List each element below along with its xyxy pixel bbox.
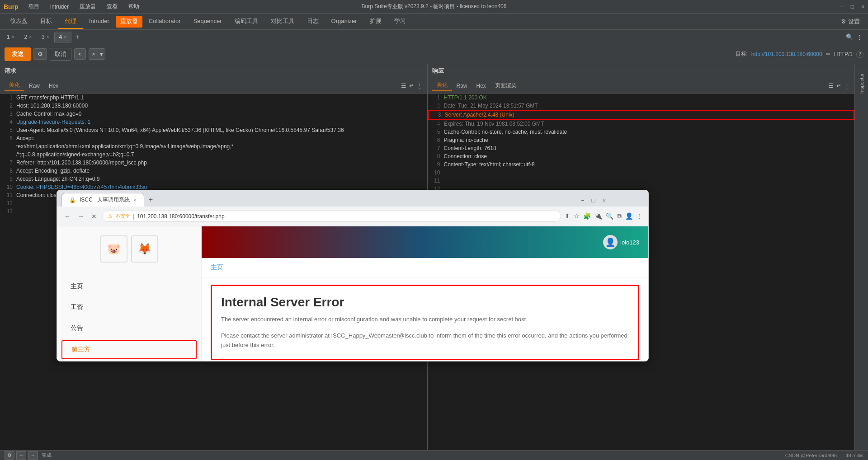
- browser-sidebar: 🐷 🦊 主页 工资 公告 第三方: [57, 226, 202, 361]
- browser-share-icon[interactable]: ⬆: [565, 212, 570, 220]
- response-tab-beautify[interactable]: 美化: [432, 80, 452, 91]
- response-icon-nl[interactable]: ↵: [836, 82, 841, 89]
- response-line-3: 3 Server: Apache/2.4.43 (Unix): [428, 110, 855, 120]
- window-controls: − □ ×: [840, 4, 864, 10]
- sidebar-menu-notice[interactable]: 公告: [57, 318, 201, 338]
- tab-4-close[interactable]: ×: [64, 34, 66, 39]
- nav-proxy[interactable]: 代理: [58, 14, 83, 29]
- request-tab-beautify[interactable]: 美化: [5, 80, 24, 91]
- response-line-10: 10: [428, 169, 855, 177]
- browser-forward[interactable]: →: [76, 211, 86, 222]
- settings-icon-button[interactable]: ⚙: [33, 48, 47, 60]
- minimize-button[interactable]: −: [840, 4, 844, 10]
- tab-4[interactable]: 4 ×: [54, 32, 72, 42]
- nav-repeater[interactable]: 重放器: [116, 16, 142, 28]
- browser-url-text: 101.200.138.180:60000/transfer.php: [137, 213, 225, 220]
- cancel-button[interactable]: 取消: [50, 48, 71, 61]
- request-icon-list[interactable]: ☰: [401, 82, 406, 89]
- sidebar-menu-salary[interactable]: 工资: [57, 297, 201, 318]
- browser-plugin-icon[interactable]: 🔌: [594, 212, 602, 220]
- response-icon-menu[interactable]: ⋮: [844, 82, 850, 89]
- response-line-7: 7 Content-Length: 7618: [428, 144, 855, 152]
- browser-new-tab[interactable]: +: [144, 194, 157, 206]
- breadcrumb: 主页: [202, 258, 648, 277]
- nav-collaborator[interactable]: Collaborator: [142, 15, 187, 28]
- tab-2[interactable]: 2 ×: [19, 32, 37, 42]
- nav-settings[interactable]: ⚙ 设置: [836, 16, 864, 28]
- browser-security-text: 不安全: [115, 213, 130, 220]
- browser-profile-icon[interactable]: 👤: [625, 212, 633, 220]
- menu-help[interactable]: 帮助: [126, 2, 142, 11]
- tab-1-close[interactable]: ×: [12, 34, 14, 39]
- nav-target[interactable]: 目标: [34, 14, 58, 29]
- browser-tab-active[interactable]: 🔒 ISCC - 人事调用系统 ×: [61, 193, 144, 207]
- username: ioio123: [620, 239, 639, 246]
- target-url: http://101.200.138.180:60000: [751, 51, 822, 57]
- response-tab-raw[interactable]: Raw: [452, 81, 472, 90]
- request-icon-menu[interactable]: ⋮: [417, 82, 423, 89]
- maximize-button[interactable]: □: [851, 4, 854, 10]
- nav-organizer[interactable]: Organizer: [325, 15, 363, 28]
- menu-view[interactable]: 查看: [104, 2, 120, 11]
- nav-sequencer[interactable]: Sequencer: [187, 15, 228, 28]
- menu-project[interactable]: 项目: [26, 2, 42, 11]
- status-back-btn[interactable]: ←: [16, 451, 26, 460]
- burp-logo: Burp: [4, 3, 19, 10]
- nav-logger[interactable]: 日志: [301, 14, 325, 29]
- nav-forward-button[interactable]: >: [89, 49, 98, 59]
- browser-tab-close[interactable]: ×: [133, 197, 136, 203]
- request-icon-nl[interactable]: ↵: [409, 82, 414, 89]
- response-line-2: 2 Date: Tue, 21 May 2024 13:51:57 GMT: [428, 102, 855, 110]
- tab-3-close[interactable]: ×: [47, 34, 49, 39]
- browser-bookmark-icon[interactable]: ☆: [574, 212, 580, 220]
- nav-comparer[interactable]: 对比工具: [264, 14, 301, 29]
- tab-3[interactable]: 3 ×: [37, 32, 54, 42]
- browser-close[interactable]: ×: [599, 196, 609, 205]
- browser-tab-split-icon[interactable]: ⧉: [617, 212, 622, 220]
- edit-icon[interactable]: ✏: [826, 51, 830, 57]
- help-icon[interactable]: ?: [856, 51, 863, 58]
- response-tab-render[interactable]: 页面渲染: [491, 80, 521, 91]
- main-nav: 仪表盘 目标 代理 Intruder 重放器 Collaborator Sequ…: [0, 14, 868, 30]
- inspector-label: Inspector: [859, 73, 864, 94]
- browser-reload[interactable]: ✕: [90, 211, 99, 222]
- request-tab-hex[interactable]: Hex: [44, 81, 63, 90]
- close-button[interactable]: ×: [861, 4, 864, 10]
- tab-bar-right: 🔍 ⋮: [846, 33, 866, 40]
- browser-security-icon: ⚠: [108, 213, 113, 219]
- tab-1[interactable]: 1 ×: [2, 32, 19, 42]
- nav-forward-dropdown[interactable]: ▾: [98, 49, 105, 59]
- browser-back[interactable]: ←: [62, 211, 72, 222]
- nav-extensions[interactable]: 扩展: [363, 14, 388, 29]
- search-icon[interactable]: 🔍: [846, 33, 853, 40]
- browser-extension-icon[interactable]: 🧩: [583, 212, 591, 220]
- response-line-6: 6 Pragma: no-cache: [428, 136, 855, 144]
- nav-back-button[interactable]: <: [74, 48, 86, 60]
- http-version[interactable]: HTTP/1: [834, 51, 853, 57]
- status-settings-btn[interactable]: ⚙: [5, 451, 14, 460]
- browser-minimize[interactable]: −: [578, 196, 587, 205]
- sidebar-menu-home[interactable]: 主页: [57, 276, 201, 297]
- nav-intruder[interactable]: Intruder: [83, 15, 116, 28]
- tab-add[interactable]: +: [71, 31, 83, 43]
- timer: 48 millis: [845, 453, 863, 458]
- nav-encoder[interactable]: 编码工具: [228, 14, 264, 29]
- response-tab-hex[interactable]: Hex: [472, 81, 491, 90]
- browser-controls: ← → ✕ ⚠ 不安全 | 101.200.138.180:60000/tran…: [57, 207, 648, 226]
- browser-restore[interactable]: □: [589, 196, 598, 205]
- response-icon-list[interactable]: ☰: [828, 82, 834, 89]
- browser-search-icon[interactable]: 🔍: [606, 212, 613, 220]
- menu-intruder[interactable]: Intruder: [47, 3, 71, 11]
- menu-repeater[interactable]: 重放器: [77, 2, 99, 11]
- nav-learn[interactable]: 学习: [388, 14, 412, 29]
- nav-dashboard[interactable]: 仪表盘: [4, 14, 34, 29]
- tab-2-close[interactable]: ×: [29, 34, 32, 39]
- inspector-panel: Inspector: [854, 64, 868, 460]
- browser-menu-icon[interactable]: ⋮: [637, 212, 643, 220]
- browser-address-bar[interactable]: ⚠ 不安全 | 101.200.138.180:60000/transfer.p…: [102, 211, 561, 222]
- send-button[interactable]: 发送: [5, 47, 31, 61]
- sidebar-menu-thirdparty[interactable]: 第三方: [61, 340, 197, 359]
- request-tab-raw[interactable]: Raw: [24, 81, 44, 90]
- status-forward-btn[interactable]: →: [28, 451, 38, 460]
- dots-icon[interactable]: ⋮: [857, 33, 863, 40]
